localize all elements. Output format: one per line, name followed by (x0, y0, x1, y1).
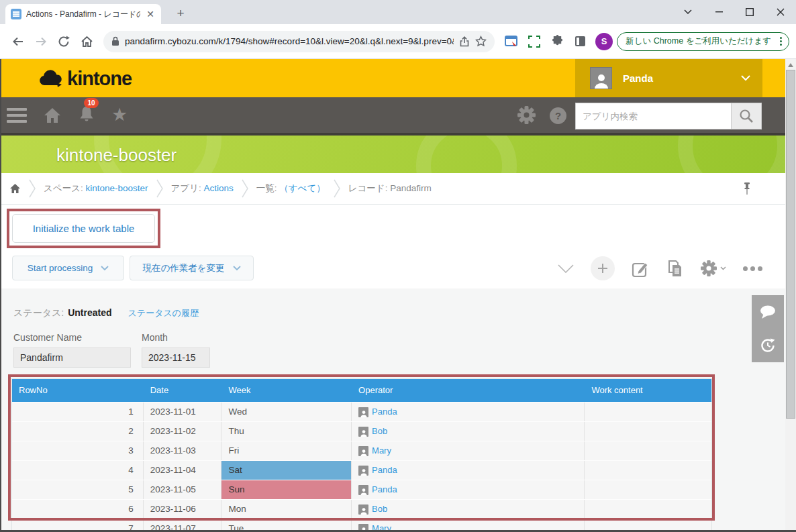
operator-link[interactable]: Panda (372, 403, 397, 421)
browser-menu-icon[interactable] (777, 37, 785, 46)
cell-work-content (585, 441, 711, 460)
side-panel-icon[interactable] (568, 30, 591, 53)
table-row: 4 2023-11-04 Sat Panda (12, 460, 711, 480)
extensions-puzzle-icon[interactable] (546, 30, 568, 53)
page-scrollbar[interactable] (785, 59, 796, 532)
space-title: kintone-booster (56, 145, 177, 166)
cell-work-content (585, 461, 711, 480)
scrollbar-up-arrow[interactable] (788, 63, 793, 67)
window-close-button[interactable] (765, 0, 796, 24)
help-icon[interactable]: ? (550, 107, 566, 124)
operator-avatar-icon (358, 504, 368, 515)
operator-link[interactable]: Bob (372, 500, 387, 519)
operator-avatar-icon (358, 427, 368, 437)
browser-tab[interactable]: Actions - Pandafirm - レコードの詳 ✕ (5, 4, 161, 24)
breadcrumb-app[interactable]: アプリ: Actions (171, 182, 234, 195)
breadcrumb-separator-icon (242, 179, 248, 198)
table-row: 5 2023-11-05 Sun Panda (12, 480, 711, 499)
column-header-operator: Operator (352, 379, 585, 402)
operator-link[interactable]: Panda (372, 461, 397, 480)
url-text: pandafirm.cybozu.com/k/1794/show#record=… (125, 36, 454, 46)
history-icon (759, 337, 777, 354)
status-history-link[interactable]: ステータスの履歴 (128, 307, 199, 319)
more-options-icon[interactable] (743, 266, 762, 271)
operator-link[interactable]: Mary (372, 441, 391, 460)
reload-icon[interactable] (52, 30, 75, 53)
initialize-work-table-button[interactable]: Initialize the work table (12, 214, 155, 243)
cell-date: 2023-11-03 (144, 441, 222, 460)
bookmark-star-icon[interactable] (475, 36, 487, 47)
cell-operator: Panda (352, 403, 585, 421)
pin-icon[interactable] (743, 182, 751, 195)
operator-link[interactable]: Panda (372, 480, 397, 499)
settings-gear-icon[interactable] (517, 106, 536, 124)
add-record-button[interactable] (591, 256, 615, 280)
edit-record-icon[interactable] (632, 260, 650, 278)
cell-rowno: 1 (12, 403, 144, 421)
cell-operator: Panda (352, 461, 585, 480)
address-bar[interactable]: pandafirm.cybozu.com/k/1794/show#record=… (103, 31, 495, 52)
cell-week: Fri (221, 441, 352, 460)
cell-rowno: 3 (12, 441, 144, 460)
table-row: 1 2023-11-01 Wed Panda (12, 402, 711, 421)
breadcrumb-home-icon[interactable] (9, 183, 21, 194)
record-settings-button[interactable] (701, 260, 726, 276)
cell-week: Sun (221, 480, 352, 499)
work-table-header: RowNo Date Week Operator Work content (12, 379, 711, 402)
duplicate-record-icon[interactable] (666, 260, 684, 278)
search-button[interactable] (731, 103, 762, 129)
breadcrumb-space[interactable]: スペース: kintone-booster (44, 182, 148, 195)
cell-week: Mon (221, 500, 352, 519)
notifications-button[interactable]: 10 (78, 105, 95, 126)
cell-work-content (585, 500, 711, 519)
hamburger-menu-icon[interactable] (7, 108, 27, 123)
chrome-update-button[interactable]: 新しい Chrome をご利用いただけます (617, 32, 789, 51)
scrollbar-thumb[interactable] (786, 70, 795, 419)
kintone-logo-text: kintone (67, 68, 132, 90)
favorites-star-icon[interactable]: ★ (111, 106, 128, 124)
record-toolbar (558, 256, 762, 281)
app-search-input[interactable] (575, 103, 731, 129)
field-label-month: Month (142, 332, 168, 343)
tab-search-chevron-icon[interactable] (673, 0, 703, 24)
start-processing-button[interactable]: Start processing (12, 256, 124, 280)
comments-button[interactable] (752, 295, 784, 329)
cell-date: 2023-11-01 (144, 403, 222, 421)
operator-link[interactable]: Bob (372, 422, 387, 441)
cell-date: 2023-11-05 (144, 480, 222, 499)
change-history-button[interactable] (752, 329, 784, 362)
user-menu[interactable]: Panda (575, 59, 762, 97)
cell-week: Thu (221, 422, 352, 441)
collapse-chevron-icon[interactable] (558, 264, 574, 273)
portal-home-icon[interactable] (43, 107, 62, 124)
back-icon[interactable] (7, 30, 30, 53)
share-icon[interactable] (459, 36, 470, 47)
cell-date: 2023-11-04 (144, 461, 222, 480)
home-icon[interactable] (75, 30, 98, 53)
change-operator-button[interactable]: 現在の作業者を変更 (130, 256, 254, 280)
window-minimize-button[interactable] (703, 0, 734, 24)
user-name: Panda (623, 72, 730, 84)
user-avatar-icon (590, 67, 612, 89)
magnifier-icon (739, 109, 754, 123)
record-side-tools (752, 295, 784, 362)
operator-avatar-icon (358, 446, 368, 456)
field-value-month: 2023-11-15 (142, 348, 210, 368)
window-left-edge (0, 59, 1, 532)
forward-icon[interactable] (30, 30, 52, 53)
profile-avatar[interactable]: S (595, 33, 613, 50)
window-maximize-button[interactable] (734, 0, 765, 24)
extension-capture-icon[interactable] (523, 30, 546, 53)
cell-operator: Bob (352, 422, 585, 441)
column-header-rowno: RowNo (12, 379, 144, 402)
kintone-logo[interactable]: kintone (37, 68, 132, 90)
work-table-body: 1 2023-11-01 Wed Panda 2 2023-11-02 Thu … (12, 402, 711, 532)
tab-close-icon[interactable]: ✕ (145, 9, 156, 19)
extension-page-icon[interactable] (500, 30, 523, 53)
new-tab-button[interactable]: + (172, 5, 189, 23)
cell-date: 2023-11-06 (144, 500, 222, 519)
breadcrumb-view[interactable]: 一覧: （すべて） (256, 182, 326, 195)
cell-operator: Panda (352, 480, 585, 499)
breadcrumb-separator-icon (156, 179, 163, 198)
operator-avatar-icon (358, 485, 368, 495)
